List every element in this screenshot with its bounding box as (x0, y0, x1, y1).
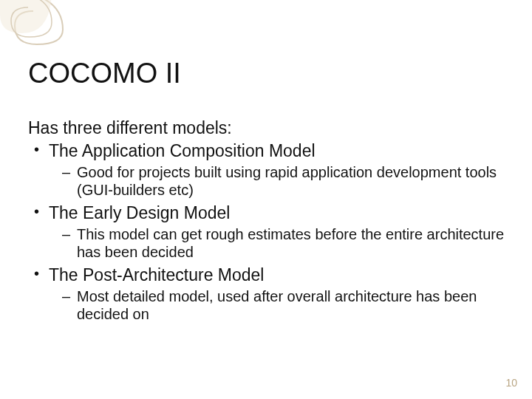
sub-bullet-item: Good for projects built using rapid appl… (28, 163, 511, 199)
sub-bullet-item: Most detailed model, used after overall … (28, 287, 511, 323)
bullet-item: The Post-Architecture Model (28, 265, 511, 285)
page-number: 10 (505, 377, 517, 389)
bullet-item: The Early Design Model (28, 203, 511, 223)
sub-bullet-item: This model can get rough estimates befor… (28, 225, 511, 261)
corner-decoration (0, 0, 89, 48)
bullet-item: The Application Composition Model (28, 141, 511, 161)
intro-text: Has three different models: (28, 118, 511, 138)
slide-title: COCOMO II (28, 58, 181, 89)
slide-content: Has three different models: The Applicat… (28, 118, 511, 327)
